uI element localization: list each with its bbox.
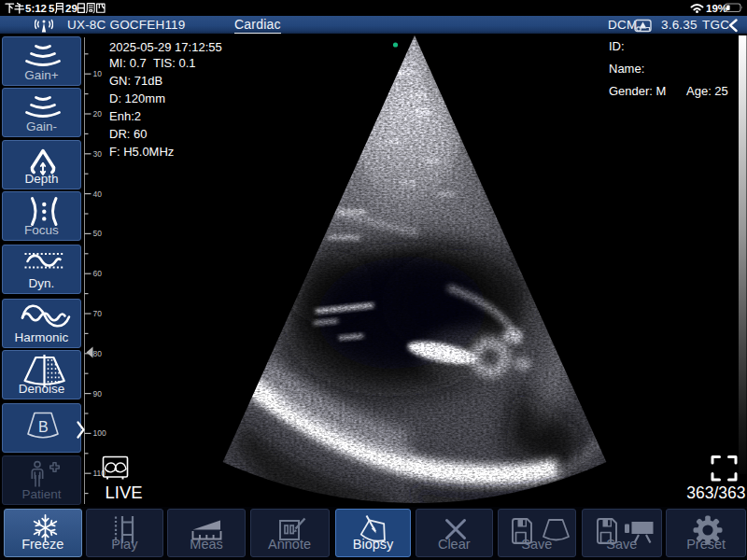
- svg-text:40: 40: [93, 189, 103, 199]
- svg-text:Enh:2: Enh:2: [109, 109, 141, 123]
- svg-text:20: 20: [93, 109, 103, 119]
- svg-text:GN: 71dB: GN: 71dB: [109, 74, 162, 88]
- svg-text:B: B: [38, 419, 49, 435]
- svg-text:D: 120mm: D: 120mm: [109, 91, 165, 105]
- svg-text:90: 90: [93, 389, 103, 399]
- svg-text:5:12: 5:12: [25, 3, 47, 14]
- svg-text:100: 100: [93, 428, 106, 438]
- svg-text:10: 10: [93, 69, 103, 78]
- svg-text:F: H5.0MHz: F: H5.0MHz: [109, 145, 174, 159]
- svg-text:80: 80: [93, 349, 103, 358]
- svg-text:5: 5: [49, 3, 55, 14]
- svg-text:60: 60: [93, 269, 103, 278]
- svg-text:50: 50: [93, 229, 103, 238]
- svg-text:DR: 60: DR: 60: [109, 127, 147, 141]
- svg-text:LIVE: LIVE: [106, 483, 143, 502]
- svg-text:19%: 19%: [706, 3, 727, 14]
- svg-text:Gender: M: Gender: M: [609, 84, 666, 98]
- svg-text:MI: 0.7 TIS: 0.1: MI: 0.7 TIS: 0.1: [109, 56, 195, 70]
- svg-text:Age: 25: Age: 25: [686, 84, 728, 98]
- svg-text:363/363: 363/363: [686, 483, 745, 502]
- svg-text:Name:: Name:: [609, 62, 644, 76]
- svg-text:70: 70: [93, 309, 103, 318]
- svg-text:ID:: ID:: [609, 39, 625, 53]
- svg-text:30: 30: [93, 149, 103, 159]
- svg-text:29: 29: [65, 3, 78, 14]
- svg-text:2025-05-29 17:12:55: 2025-05-29 17:12:55: [109, 40, 222, 54]
